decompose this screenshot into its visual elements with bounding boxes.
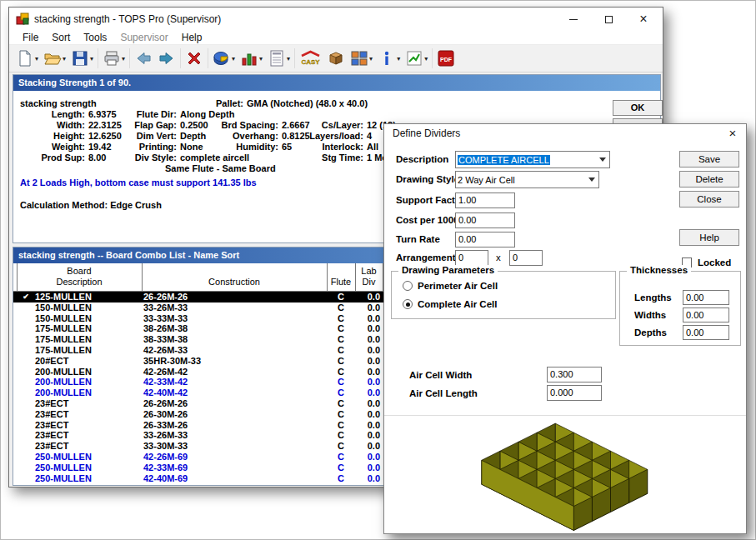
board-row[interactable]: 200-MULLEN42-26M-42C0.0	[13, 367, 385, 378]
minimize-button[interactable]	[556, 8, 591, 31]
close-button[interactable]: ×	[626, 8, 661, 31]
board-row[interactable]: 250-MULLEN42-26M-69C0.0	[13, 452, 385, 462]
air-cell-length-input[interactable]: 0.000	[547, 385, 602, 401]
cost-per-1000-input[interactable]: 0.00	[455, 212, 515, 228]
open-button[interactable]: ▾	[41, 47, 68, 70]
board-row[interactable]: 20#ECT35HR-30M-33C0.0	[13, 356, 385, 367]
board-row[interactable]: 175-MULLEN38-26M-38C0.0	[13, 323, 385, 334]
maximize-button[interactable]	[591, 8, 626, 31]
menu-help[interactable]: Help	[175, 32, 209, 43]
board-row[interactable]: 200-MULLEN42-33M-42C0.0	[13, 377, 385, 388]
menu-file[interactable]: File	[16, 32, 45, 43]
pie-chart-button[interactable]: ▾	[210, 47, 238, 70]
lab-div-cell: 0.0	[355, 420, 380, 431]
description-combobox[interactable]: COMPLETE AIRCELL	[455, 151, 610, 168]
perimeter-air-cell-label[interactable]: Perimeter Air Cell	[418, 281, 498, 291]
pallet-pattern-button[interactable]: ▾	[348, 47, 375, 70]
board-row[interactable]: 175-MULLEN38-33M-38C0.0	[13, 334, 385, 345]
delete-button[interactable]: Delete	[679, 171, 739, 188]
board-description-cell: 125-MULLEN	[35, 292, 92, 302]
board-row[interactable]: 23#ECT33-30M-33C0.0	[13, 441, 385, 452]
construction-cell: 42-33M-69	[143, 462, 188, 473]
construction-cell: 42-26M-33	[143, 345, 188, 356]
board-row[interactable]: 23#ECT33-26M-33C0.0	[13, 430, 385, 441]
flute-cell: C	[327, 302, 355, 313]
column-header-div[interactable]: Div	[355, 277, 383, 287]
board-description-cell: 23#ECT	[35, 441, 68, 452]
turn-rate-input[interactable]: 0.00	[455, 232, 515, 248]
board-row[interactable]: ✔125-MULLEN26-26M-26C0.0	[13, 292, 385, 302]
board-row[interactable]: 23#ECT26-26M-26C0.0	[13, 398, 385, 409]
construction-cell: 26-33M-26	[143, 420, 188, 431]
board-row[interactable]: 23#ECT26-33M-26C0.0	[13, 420, 385, 431]
depths-input[interactable]: 0.00	[683, 325, 729, 340]
complete-air-cell-label[interactable]: Complete Air Cell	[418, 299, 497, 309]
close-button[interactable]: Close	[679, 191, 739, 208]
arrangement-x-input[interactable]: 0	[455, 250, 488, 266]
column-header-description[interactable]: Description	[17, 277, 142, 287]
forward-button[interactable]	[155, 47, 178, 70]
perimeter-air-cell-radio[interactable]	[403, 281, 413, 291]
delete-button[interactable]	[183, 47, 206, 70]
dialog-separator	[384, 415, 746, 416]
flute-cell: C	[327, 452, 355, 462]
chevron-down-icon[interactable]	[585, 178, 598, 182]
help-button[interactable]: Help	[679, 229, 739, 246]
lab-div-cell: 0.0	[355, 377, 380, 388]
field-value: 4	[367, 131, 372, 141]
lengths-input[interactable]: 0.00	[683, 290, 729, 305]
board-description-cell: 175-MULLEN	[35, 323, 92, 334]
board-row[interactable]: 150-MULLEN33-33M-33C0.0	[13, 313, 385, 324]
chevron-down-icon[interactable]	[596, 158, 609, 162]
board-description-cell: 23#ECT	[35, 409, 68, 420]
column-header-flute[interactable]: Flute	[327, 277, 355, 287]
lab-div-cell: 0.0	[355, 334, 380, 345]
board-row[interactable]: 250-MULLEN42-33M-69C0.0	[13, 462, 385, 473]
flute-cell: C	[327, 441, 355, 452]
board-description-cell: 20#ECT	[35, 356, 68, 367]
menu-tools[interactable]: Tools	[77, 32, 113, 43]
board-description-cell: 200-MULLEN	[35, 367, 92, 378]
toolbar-separator	[98, 48, 98, 68]
define-dividers-dialog: Define Dividers × Description COMPLETE A…	[383, 123, 747, 534]
lab-div-cell: 0.0	[355, 302, 380, 313]
complete-air-cell-radio[interactable]	[403, 299, 413, 309]
board-row[interactable]: 23#ECT26-30M-26C0.0	[13, 409, 385, 420]
new-button[interactable]: ▾	[13, 47, 41, 70]
lab-div-cell: 0.0	[355, 345, 380, 356]
menu-supervisor[interactable]: Supervisor	[113, 32, 174, 43]
board-row[interactable]: 200-MULLEN42-40M-42C0.0	[13, 388, 385, 398]
menu-sort[interactable]: Sort	[45, 32, 77, 43]
dropdown-arrow-icon: ▾	[369, 55, 373, 62]
construction-cell: 42-26M-42	[143, 367, 188, 378]
board-row[interactable]: 175-MULLEN42-26M-33C0.0	[13, 345, 385, 356]
column-header-lab[interactable]: Lab	[355, 266, 383, 276]
flute-cell: C	[327, 409, 355, 420]
report-button[interactable]: ▾	[265, 47, 293, 70]
support-factor-input[interactable]: 1.00	[455, 192, 515, 208]
info-button[interactable]: ▾	[375, 47, 403, 70]
ok-button[interactable]: OK	[613, 100, 663, 116]
dialog-close-button[interactable]: ×	[719, 124, 746, 142]
back-button[interactable]	[132, 47, 155, 70]
column-header-construction[interactable]: Construction	[142, 277, 327, 287]
bar-chart-button[interactable]: ▾	[238, 47, 265, 70]
column-header-board[interactable]: Board	[17, 266, 142, 276]
air-cell-width-label: Air Cell Width	[409, 370, 472, 380]
arrangement-y-input[interactable]: 0	[509, 250, 543, 266]
save-button[interactable]: Save	[679, 151, 739, 168]
package-button[interactable]	[324, 47, 348, 70]
widths-label: Widths	[634, 310, 666, 320]
save-button[interactable]: ▾	[68, 47, 96, 70]
print-button[interactable]: ▾	[100, 47, 128, 70]
construction-cell: 35HR-30M-33	[143, 356, 201, 367]
casy-button[interactable]: CASY	[297, 47, 324, 70]
board-row[interactable]: 250-MULLEN42-40M-69C0.0	[13, 473, 385, 484]
air-cell-width-input[interactable]: 0.300	[547, 367, 602, 382]
board-row[interactable]: 150-MULLEN33-26M-33C0.0	[13, 302, 385, 313]
turn-rate-label: Turn Rate	[396, 234, 440, 244]
widths-input[interactable]: 0.00	[683, 308, 729, 322]
pdf-button[interactable]: PDF	[434, 47, 458, 70]
export-graph-button[interactable]: ▾	[403, 47, 430, 70]
drawing-style-combobox[interactable]: 2 Way Air Cell	[455, 171, 599, 188]
